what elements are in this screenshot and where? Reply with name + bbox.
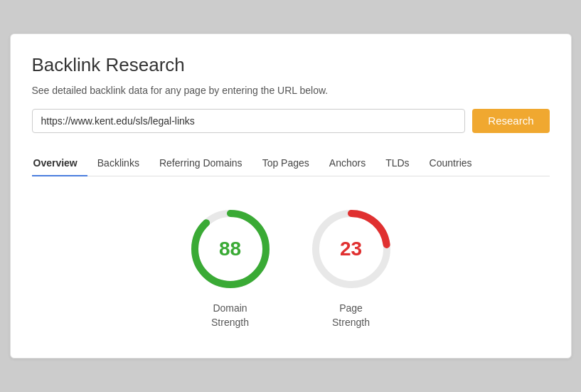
main-card: Backlink Research See detailed backlink … xyxy=(10,33,572,359)
page-strength-chart: 23 xyxy=(309,206,394,292)
page-title: Backlink Research xyxy=(32,54,550,76)
metrics-row: 88 DomainStrength 23 PageStrength xyxy=(32,199,550,329)
tab-top-pages[interactable]: Top Pages xyxy=(252,150,319,176)
domain-strength-label: DomainStrength xyxy=(211,302,249,329)
research-button[interactable]: Research xyxy=(472,109,549,133)
tab-countries[interactable]: Countries xyxy=(420,150,482,176)
domain-strength-chart: 88 xyxy=(188,206,273,292)
tab-backlinks[interactable]: Backlinks xyxy=(87,150,149,176)
domain-strength: 88 DomainStrength xyxy=(188,206,273,329)
page-strength-value: 23 xyxy=(340,238,362,260)
subtitle: See detailed backlink data for any page … xyxy=(32,85,550,96)
search-row: Research xyxy=(32,109,550,133)
page-strength: 23 PageStrength xyxy=(309,206,394,329)
tab-overview[interactable]: Overview xyxy=(32,150,87,176)
url-input[interactable] xyxy=(32,109,466,133)
tab-anchors[interactable]: Anchors xyxy=(319,150,375,176)
tabs-nav: OverviewBacklinksReferring DomainsTop Pa… xyxy=(32,150,550,176)
page-strength-label: PageStrength xyxy=(332,302,370,329)
domain-strength-value: 88 xyxy=(219,238,241,260)
tab-tlds[interactable]: TLDs xyxy=(375,150,419,176)
tab-referring-domains[interactable]: Referring Domains xyxy=(149,150,252,176)
